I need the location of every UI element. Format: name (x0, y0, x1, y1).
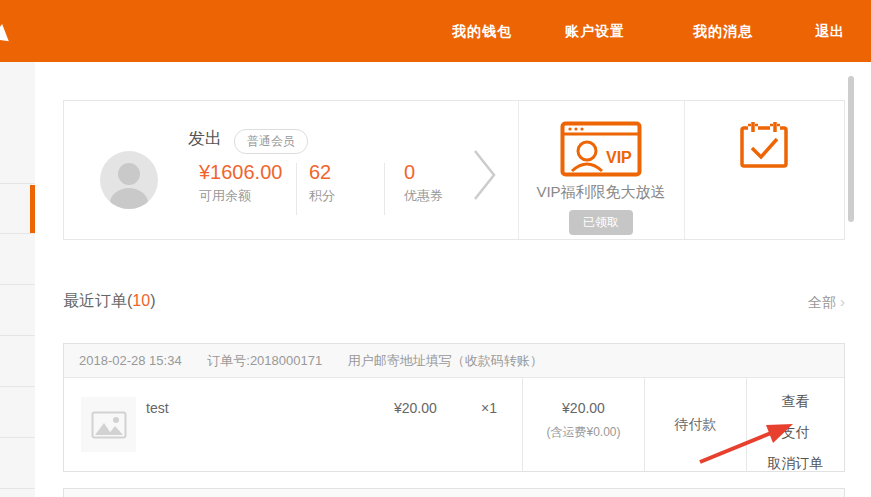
chevron-right-icon[interactable] (472, 147, 498, 207)
coupons-stat[interactable]: 0 优惠券 (404, 161, 443, 205)
product-name[interactable]: test (146, 400, 169, 416)
user-center-page: 我的钱包 账户设置 我的消息 退出 发出 普通会员 (0, 0, 871, 497)
avatar[interactable] (100, 151, 158, 209)
balance-stat[interactable]: ¥1606.00 可用余额 (199, 161, 295, 205)
pay-order-link[interactable]: 支付 (747, 424, 844, 442)
membership-badge: 普通会员 (234, 129, 308, 154)
sidebar-divider (0, 386, 35, 387)
product-unit-price: ¥20.00 (394, 400, 437, 416)
vip-promo-title: VIP福利限免大放送 (518, 183, 684, 202)
coupons-label: 优惠券 (404, 187, 443, 205)
sidebar-divider (0, 284, 35, 285)
product-thumbnail[interactable] (81, 397, 136, 452)
order-note: 用户邮寄地址填写（收款码转账） (348, 353, 543, 368)
balance-value: ¥1606.00 (199, 161, 295, 184)
image-placeholder-icon (91, 411, 127, 439)
order-shipping-note: (含运费¥0.00) (523, 424, 644, 441)
vip-promo-panel[interactable]: VIP VIP福利限免大放送 已领取 (518, 101, 684, 239)
order-total-cell: ¥20.00 (含运费¥0.00) (522, 378, 644, 471)
balance-label: 可用余额 (199, 187, 295, 205)
points-value: 62 (309, 161, 335, 184)
nav-my-messages[interactable]: 我的消息 (693, 0, 753, 62)
vip-browser-icon: VIP (518, 121, 684, 183)
sidebar-divider (0, 183, 35, 184)
order-datetime: 2018-02-28 15:34 (79, 353, 182, 368)
username: 发出 (188, 127, 222, 150)
orders-count: 10 (132, 292, 150, 309)
order-header-row: 2018-02-28 15:34 订单号:2018000171 用户邮寄地址填写… (64, 344, 844, 378)
sidebar (0, 62, 35, 497)
checkin-panel[interactable] (684, 101, 844, 239)
scrollbar-thumb[interactable] (848, 76, 854, 222)
vip-claimed-badge[interactable]: 已领取 (569, 210, 633, 235)
order-total-amount: ¥20.00 (523, 400, 644, 416)
view-all-orders-link[interactable]: 全部› (808, 293, 845, 312)
order-status-cell: 待付款 (644, 378, 746, 471)
sidebar-active-indicator[interactable] (30, 185, 35, 233)
nav-account-settings[interactable]: 账户设置 (565, 0, 625, 62)
order-number: 订单号:2018000171 (207, 353, 322, 368)
sidebar-divider (0, 437, 35, 438)
user-summary-card: 发出 普通会员 ¥1606.00 可用余额 62 积分 0 优惠券 (63, 100, 845, 240)
nav-my-wallet[interactable]: 我的钱包 (452, 0, 512, 62)
sidebar-divider (0, 335, 35, 336)
stat-divider (296, 163, 297, 215)
calendar-check-icon (684, 120, 844, 174)
svg-text:VIP: VIP (606, 149, 632, 166)
view-order-link[interactable]: 查看 (747, 393, 844, 411)
logo-mark (0, 23, 11, 41)
order-status: 待付款 (645, 416, 746, 434)
points-label: 积分 (309, 187, 335, 205)
recent-orders-title: 最近订单(10) (63, 291, 155, 312)
cancel-order-link[interactable]: 取消订单 (747, 455, 844, 473)
order-actions-cell: 查看 支付 取消订单 (746, 378, 844, 471)
top-navigation-bar: 我的钱包 账户设置 我的消息 退出 (0, 0, 871, 62)
chevron-right-icon: › (840, 293, 845, 310)
order-product-cell: test ¥20.00 ×1 (64, 378, 522, 471)
order-card: 2018-02-28 15:34 订单号:2018000171 用户邮寄地址填写… (63, 343, 845, 472)
sidebar-divider (0, 233, 35, 234)
stat-divider (384, 163, 385, 215)
sidebar-divider (0, 488, 35, 489)
product-quantity: ×1 (481, 400, 497, 416)
next-order-card-stub (63, 488, 845, 497)
order-body-row: test ¥20.00 ×1 ¥20.00 (含运费¥0.00) 待付款 查看 … (64, 378, 844, 471)
points-stat[interactable]: 62 积分 (309, 161, 335, 205)
coupons-value: 0 (404, 161, 443, 184)
nav-logout[interactable]: 退出 (815, 0, 845, 62)
